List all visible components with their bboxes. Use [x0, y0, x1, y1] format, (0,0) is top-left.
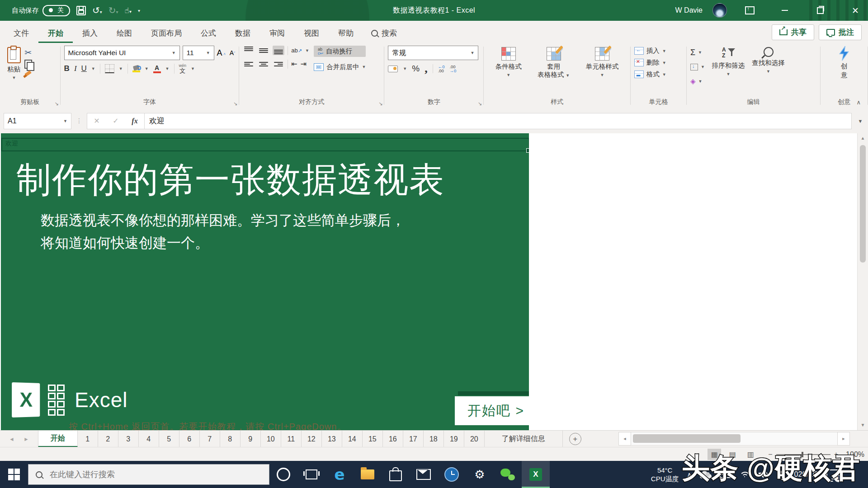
- empty-cells-area[interactable]: [529, 133, 858, 430]
- vertical-scroll-thumb[interactable]: [860, 145, 866, 263]
- sheet-tab-6[interactable]: 6: [179, 431, 200, 447]
- align-center-button[interactable]: [258, 59, 269, 69]
- format-cells-button[interactable]: 格式 ▼: [634, 70, 666, 79]
- tab-formulas[interactable]: 公式: [191, 28, 226, 43]
- undo-button[interactable]: ↺▾: [92, 6, 102, 15]
- sheet-tab-19[interactable]: 19: [444, 431, 464, 447]
- sheet-tab-info[interactable]: 了解详细信息: [485, 431, 563, 447]
- horizontal-scroll-thumb[interactable]: [633, 434, 741, 443]
- avatar[interactable]: [712, 3, 727, 18]
- tab-file[interactable]: 文件: [0, 28, 38, 43]
- font-size-select[interactable]: 11 ▼: [183, 46, 214, 60]
- autosum-button[interactable]: Σ▼: [690, 47, 705, 58]
- wechat-button[interactable]: [494, 461, 522, 488]
- store-button[interactable]: [382, 461, 410, 488]
- sheet-tab-12[interactable]: 12: [302, 431, 322, 447]
- alignment-dialog-launcher[interactable]: ↘: [378, 101, 382, 107]
- scroll-down-icon[interactable]: ▼: [861, 420, 865, 430]
- number-format-select[interactable]: 常规 ▼: [388, 46, 478, 60]
- sheet-tab-5[interactable]: 5: [159, 431, 179, 447]
- get-started-button[interactable]: 开始吧 >: [454, 395, 529, 426]
- mail-button[interactable]: [410, 461, 438, 488]
- close-button[interactable]: ✕: [843, 0, 868, 21]
- align-middle-button[interactable]: [258, 46, 269, 55]
- scroll-up-icon[interactable]: ▲: [861, 133, 865, 143]
- fill-color-button[interactable]: [132, 66, 140, 72]
- share-button[interactable]: 共享: [772, 24, 814, 40]
- cancel-entry-button[interactable]: ✕: [87, 117, 106, 125]
- increase-decimal-button[interactable]: ←0.00: [438, 65, 445, 73]
- excel-taskbar-button[interactable]: X: [522, 461, 550, 488]
- scroll-left-icon[interactable]: ◄: [618, 432, 631, 446]
- accounting-dropdown[interactable]: ▼: [403, 66, 407, 71]
- edge-button[interactable]: e: [326, 461, 354, 488]
- phonetic-guide-button[interactable]: wén文: [179, 64, 187, 74]
- cell-selection-a1[interactable]: [1, 138, 529, 151]
- sheet-tab-13[interactable]: 13: [322, 431, 342, 447]
- sheet-tab-14[interactable]: 14: [342, 431, 363, 447]
- welcome-slide-image[interactable]: 欢迎 制作你的第一张数据透视表 数据透视表不像你想的那样困难。学习了这些简单步骤…: [1, 133, 529, 430]
- clock-app-button[interactable]: [438, 461, 466, 488]
- insert-function-button[interactable]: fx: [125, 117, 144, 125]
- restore-button[interactable]: [807, 0, 833, 21]
- delete-cells-button[interactable]: 删除 ▼: [634, 58, 666, 67]
- format-painter-button[interactable]: [24, 71, 32, 78]
- ribbon-search[interactable]: 搜索: [363, 28, 405, 43]
- underline-dropdown[interactable]: ▼: [91, 66, 95, 71]
- accounting-format-button[interactable]: [388, 66, 398, 72]
- sheet-tab-9[interactable]: 9: [241, 431, 261, 447]
- tab-home[interactable]: 开始: [38, 28, 73, 43]
- align-left-button[interactable]: [243, 59, 255, 69]
- comments-button[interactable]: 批注: [819, 24, 862, 40]
- taskbar-search-box[interactable]: [28, 464, 269, 485]
- align-top-button[interactable]: [243, 46, 255, 55]
- align-right-button[interactable]: [273, 59, 284, 69]
- font-name-select[interactable]: Microsoft YaHei UI ▼: [64, 46, 180, 60]
- copy-button[interactable]: [24, 60, 32, 69]
- find-select-button[interactable]: 查找和选择 ▼: [748, 46, 788, 75]
- phonetic-dropdown[interactable]: ▼: [191, 66, 195, 71]
- start-button[interactable]: [0, 461, 28, 488]
- vertical-scrollbar[interactable]: ▲ ▼: [857, 133, 868, 430]
- file-explorer-button[interactable]: [354, 461, 382, 488]
- user-name[interactable]: W Davie: [675, 6, 703, 14]
- increase-indent-button[interactable]: ⇥: [301, 60, 307, 68]
- font-dialog-launcher[interactable]: ↘: [233, 101, 237, 107]
- tab-insert[interactable]: 插入: [73, 28, 107, 43]
- save-icon[interactable]: [76, 6, 86, 15]
- tab-draw[interactable]: 绘图: [107, 28, 142, 43]
- tab-page-layout[interactable]: 页面布局: [142, 28, 191, 43]
- sort-filter-button[interactable]: AZ 排序和筛选 ▼: [708, 46, 749, 78]
- prev-sheet-icon[interactable]: ◄: [9, 436, 14, 442]
- font-color-button[interactable]: A: [153, 65, 161, 73]
- font-color-dropdown[interactable]: ▼: [165, 66, 170, 71]
- new-sheet-button[interactable]: +: [569, 431, 581, 447]
- tab-data[interactable]: 数据: [226, 28, 260, 43]
- autosave-switch[interactable]: 关: [42, 5, 70, 16]
- cut-button[interactable]: ✂: [24, 47, 32, 57]
- paste-button[interactable]: 粘贴 ▼: [4, 46, 24, 81]
- sheet-tab-10[interactable]: 10: [261, 431, 281, 447]
- sheet-tab-11[interactable]: 11: [281, 431, 302, 447]
- cpu-temp-widget[interactable]: 54°C CPU温度: [651, 466, 679, 483]
- scroll-right-icon[interactable]: ►: [837, 432, 850, 446]
- merge-center-button[interactable]: 合并后居中 ▼: [314, 61, 366, 73]
- tab-help[interactable]: 帮助: [329, 28, 363, 43]
- horizontal-scrollbar[interactable]: ◄ ►: [618, 432, 850, 445]
- decrease-decimal-button[interactable]: .00→0: [449, 65, 456, 73]
- search-input[interactable]: [49, 469, 231, 480]
- wrap-text-button[interactable]: abc↩ 自动换行: [314, 46, 366, 57]
- autosave-toggle[interactable]: 自动保存 关: [12, 5, 70, 16]
- increase-font-button[interactable]: A＾: [217, 48, 227, 58]
- settings-button[interactable]: ⚙: [466, 461, 494, 488]
- expand-formula-bar-button[interactable]: ▼: [854, 118, 866, 124]
- sheet-tab-15[interactable]: 15: [363, 431, 383, 447]
- decrease-indent-button[interactable]: ⇤: [291, 60, 297, 68]
- italic-button[interactable]: I: [74, 64, 77, 73]
- number-dialog-launcher[interactable]: ↘: [478, 101, 482, 107]
- sheet-tab-17[interactable]: 17: [403, 431, 424, 447]
- sheet-tab-8[interactable]: 8: [220, 431, 241, 447]
- sheet-tab-16[interactable]: 16: [383, 431, 403, 447]
- decrease-font-button[interactable]: Aˇ: [230, 49, 236, 56]
- cell-styles-button[interactable]: 单元格样式 ▼: [582, 46, 623, 79]
